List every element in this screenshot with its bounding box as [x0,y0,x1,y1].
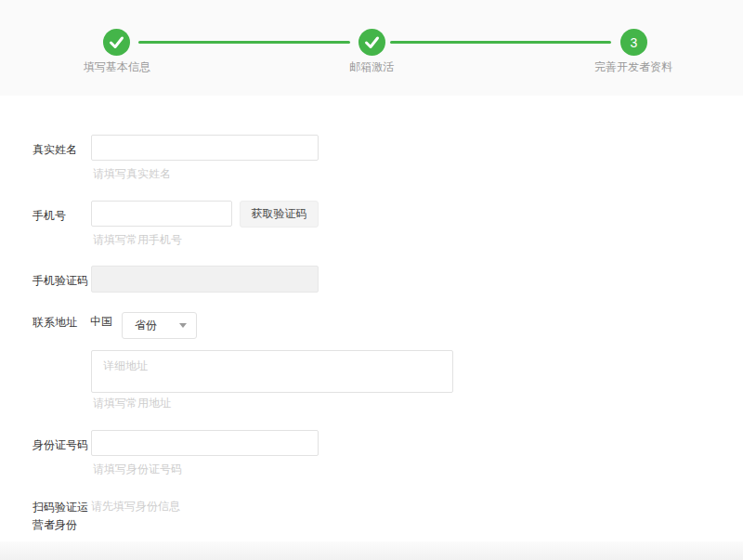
step-3-number: 3 [631,36,638,49]
phone-hint: 请填写常用手机号 [93,232,182,248]
country-text: 中国 [90,314,112,330]
chevron-down-icon [179,323,187,328]
phone-code-input [91,266,319,293]
address-detail-textarea[interactable] [91,350,453,393]
province-select[interactable]: 省份 [122,312,197,339]
step-1-label: 填写基本信息 [84,59,150,75]
step-2-label: 邮箱激活 [349,59,394,75]
check-icon [358,29,385,56]
phone-input[interactable] [91,201,232,227]
qr-verify-note: 请先填写身份信息 [91,499,180,514]
footer-band [0,541,743,560]
qr-verify-label: 扫码验证运营者身份 [33,499,90,534]
step-1-done-circle [103,29,130,56]
step-3-current-circle: 3 [620,29,647,56]
real-name-input[interactable] [91,135,319,161]
stepper-header: 3 填写基本信息 邮箱激活 完善开发者资料 [0,0,743,96]
id-number-input[interactable] [91,430,319,456]
phone-code-label: 手机验证码 [33,272,90,290]
real-name-hint: 请填写真实姓名 [93,166,171,182]
id-number-label: 身份证号码 [33,436,90,454]
check-icon [103,29,130,56]
step-2-done-circle [358,29,385,56]
address-hint: 请填写常用地址 [93,396,171,411]
step-connector-1 [138,41,350,44]
phone-label: 手机号 [33,207,90,225]
address-label: 联系地址 [33,314,90,332]
id-number-hint: 请填写身份证号码 [93,462,182,477]
province-select-value: 省份 [135,318,179,333]
get-code-button[interactable]: 获取验证码 [240,201,319,228]
step-connector-2 [390,41,611,44]
register-page: 3 填写基本信息 邮箱激活 完善开发者资料 真实姓名 请填写真实姓名 手机号 获… [0,0,743,560]
real-name-label: 真实姓名 [33,141,90,159]
step-3-label: 完善开发者资料 [594,59,672,75]
